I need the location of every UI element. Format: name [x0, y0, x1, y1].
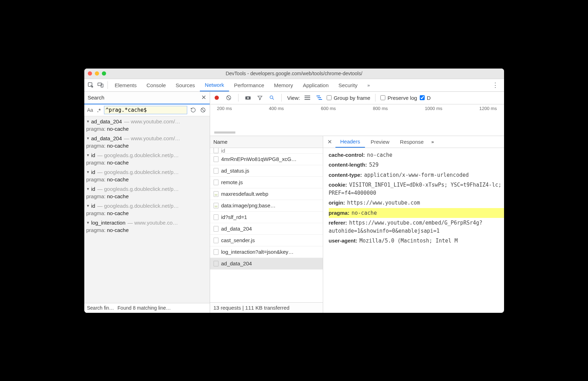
table-row[interactable]: maxresdefault.webp — [210, 188, 323, 200]
timeline[interactable]: 200 ms400 ms600 ms800 ms1000 ms1200 ms — [210, 104, 504, 136]
result-domain: — www.youtube.co… — [128, 220, 178, 226]
table-row[interactable]: id — [210, 148, 323, 154]
table-row[interactable]: ad_data_204 — [210, 258, 323, 270]
table-row[interactable]: remote.js — [210, 177, 323, 188]
search-pane-header: Search ✕ — [84, 92, 210, 104]
result-domain: — www.youtube.com/… — [124, 135, 180, 141]
header-line: cache-control:no-cache — [329, 150, 504, 160]
svg-rect-9 — [305, 96, 310, 96]
table-row[interactable]: cast_sender.js — [210, 235, 323, 246]
header-line: referer:https://www.youtube.com/embed/G_… — [329, 218, 504, 236]
details-tab-headers[interactable]: Headers — [335, 136, 365, 148]
request-details: ✕ HeadersPreviewResponse » cache-control… — [323, 136, 504, 313]
group-by-frame-checkbox[interactable]: Group by frame — [327, 95, 370, 101]
tab-performance[interactable]: Performance — [229, 79, 269, 91]
image-file-icon — [214, 191, 218, 197]
tab-security[interactable]: Security — [334, 79, 362, 91]
panel-tabs: ElementsConsoleSourcesNetworkPerformance… — [84, 79, 504, 92]
result-name: id — [91, 152, 95, 158]
search-result[interactable]: ▼ad_data_204 — www.youtube.com/…pragma:n… — [84, 116, 210, 133]
table-row[interactable]: data:image/png;base… — [210, 200, 323, 212]
more-details-tabs-icon[interactable]: » — [431, 139, 434, 144]
capture-screenshots-icon[interactable] — [243, 93, 253, 102]
request-name: ad_status.js — [221, 168, 249, 174]
clear-search-icon[interactable] — [199, 106, 207, 114]
close-details-icon[interactable]: ✕ — [325, 138, 335, 145]
collapse-icon: ▼ — [86, 136, 90, 140]
svg-point-4 — [215, 96, 219, 100]
table-row[interactable]: ad_data_204 — [210, 223, 323, 235]
search-input[interactable] — [104, 106, 187, 114]
close-search-icon[interactable]: ✕ — [201, 94, 206, 101]
search-result[interactable]: ▼log_interaction — www.youtube.co…pragma… — [84, 218, 210, 234]
search-footer-count: Found 8 matching line… — [118, 305, 171, 311]
window-controls — [88, 71, 106, 76]
regex-toggle[interactable]: .* — [96, 107, 102, 113]
inspect-element-icon[interactable] — [86, 80, 96, 90]
kebab-menu-icon[interactable]: ⋮ — [489, 81, 503, 89]
details-tab-preview[interactable]: Preview — [366, 136, 394, 148]
timeline-tick: 1200 ms — [479, 106, 497, 111]
header-line: user-agent:Mozilla/5.0 (Macintosh; Intel… — [329, 236, 504, 246]
large-rows-icon[interactable] — [303, 93, 312, 102]
result-header-key: pragma: — [86, 176, 106, 182]
search-result[interactable]: ▼id — googleads.g.doubleclick.net/p…prag… — [84, 184, 210, 201]
match-case-toggle[interactable]: Aa — [86, 107, 94, 113]
result-header-key: pragma: — [86, 143, 106, 149]
result-name: id — [91, 203, 95, 209]
table-row[interactable]: 4mrRnEPnWo81qWPG8_xcG… — [210, 154, 323, 165]
tab-application[interactable]: Application — [298, 79, 333, 91]
result-domain: — googleads.g.doubleclick.net/p… — [97, 152, 179, 158]
preserve-log-checkbox[interactable]: Preserve log — [380, 95, 417, 101]
waterfall-icon[interactable] — [315, 93, 324, 102]
header-key: cookie: — [329, 182, 347, 188]
collapse-icon: ▼ — [86, 170, 90, 174]
header-key: origin: — [329, 200, 345, 206]
separator — [281, 94, 282, 102]
refresh-search-icon[interactable] — [189, 106, 197, 114]
search-pane: Search ✕ Aa .* ▼ad_data_204 — www.youtub… — [84, 92, 210, 313]
details-tab-response[interactable]: Response — [395, 136, 429, 148]
result-header-value: no-cache — [107, 227, 129, 233]
table-row[interactable]: id?slf_rd=1 — [210, 212, 323, 223]
tab-network[interactable]: Network — [200, 79, 229, 91]
search-result[interactable]: ▼id — googleads.g.doubleclick.net/p…prag… — [84, 167, 210, 184]
request-name: ad_data_204 — [221, 260, 252, 266]
header-key: content-length: — [329, 162, 367, 168]
tab-console[interactable]: Console — [142, 79, 171, 91]
timeline-bar — [214, 131, 235, 134]
disable-cache-checkbox[interactable]: D — [420, 95, 431, 101]
zoom-window-button[interactable] — [102, 71, 106, 76]
header-line: content-length:529 — [329, 160, 504, 170]
record-icon[interactable] — [212, 93, 221, 102]
table-row[interactable]: ad_status.js — [210, 165, 323, 177]
request-name: ad_data_204 — [221, 226, 252, 232]
file-icon — [214, 180, 218, 185]
separator — [375, 94, 375, 102]
svg-rect-10 — [305, 97, 310, 98]
request-name: data:image/png;base… — [221, 202, 276, 208]
table-row[interactable]: log_interaction?alt=json&key… — [210, 246, 323, 258]
svg-rect-13 — [318, 97, 321, 98]
clear-icon[interactable] — [224, 93, 233, 102]
header-value: 529 — [369, 162, 379, 168]
tab-sources[interactable]: Sources — [171, 79, 200, 91]
filter-icon[interactable] — [255, 93, 264, 102]
device-toolbar-icon[interactable] — [96, 80, 105, 90]
requests-summary: 13 requests | 111 KB transferred — [210, 302, 323, 313]
tab-memory[interactable]: Memory — [269, 79, 298, 91]
search-result[interactable]: ▼id — googleads.g.doubleclick.net/p…prag… — [84, 201, 210, 218]
search-result[interactable]: ▼ad_data_204 — www.youtube.com/…pragma:n… — [84, 133, 210, 150]
header-value: application/x-www-form-urlencoded — [364, 172, 469, 178]
request-name: maxresdefault.webp — [221, 191, 268, 197]
close-window-button[interactable] — [88, 71, 92, 76]
header-line: origin:https://www.youtube.com — [329, 198, 504, 208]
search-result[interactable]: ▼id — googleads.g.doubleclick.net/p…prag… — [84, 150, 210, 167]
more-tabs-chevron-icon[interactable]: » — [364, 83, 373, 88]
header-key: user-agent: — [329, 238, 358, 244]
file-icon — [214, 168, 218, 174]
tab-elements[interactable]: Elements — [110, 79, 142, 91]
header-value: no-cache — [352, 210, 377, 216]
minimize-window-button[interactable] — [95, 71, 99, 76]
search-icon[interactable] — [267, 93, 276, 102]
